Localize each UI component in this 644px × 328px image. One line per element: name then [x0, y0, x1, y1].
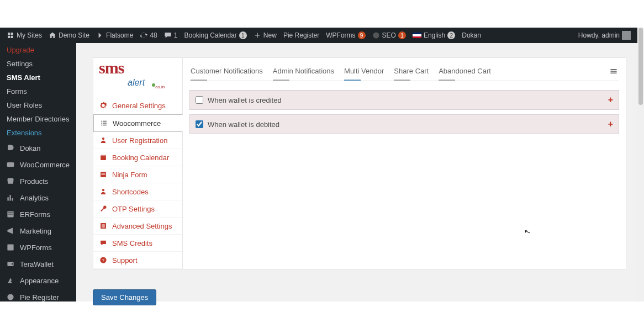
plugin-nav-label: Ninja Form [112, 171, 147, 179]
tab-customer-notifications[interactable]: Customer Notifications [191, 67, 263, 77]
menu-marketing-label: Marketing [20, 227, 51, 235]
question-icon: ? [99, 256, 108, 264]
menu-dokan[interactable]: Dokan [0, 140, 76, 156]
plugin-nav-label: Advanced Settings [112, 222, 172, 230]
adminbar-dokan-label: Dokan [462, 31, 481, 39]
adminbar-language[interactable]: English 2 [409, 28, 458, 43]
svg-rect-11 [101, 155, 106, 156]
menu-terawallet[interactable]: TeraWallet [0, 256, 76, 272]
plugin-nav-sms-credits[interactable]: SMS Credits [93, 235, 182, 252]
save-button[interactable]: Save Changes [93, 289, 156, 305]
plugin-nav-woocommerce[interactable]: Woocommerce [93, 114, 183, 132]
english-badge: 2 [447, 31, 455, 39]
tab-abandoned-cart[interactable]: Abandoned Cart [439, 67, 491, 77]
menu-erforms[interactable]: ERForms [0, 206, 76, 223]
viewport: My Sites Demo Site Flatsome 48 1 Booking… [0, 28, 637, 301]
tab-share-cart[interactable]: Share Cart [394, 67, 429, 77]
svg-point-7 [12, 263, 13, 264]
plugin-nav-advanced-settings[interactable]: Advanced Settings [93, 218, 182, 235]
menu-wpforms-label: WPForms [20, 244, 52, 252]
plugin-nav-support[interactable]: ?Support [93, 252, 182, 269]
calendar-icon [99, 153, 108, 162]
content-area: sms alert .co.in General SettingsWoocomm… [76, 43, 637, 301]
accordion-checkbox[interactable] [196, 120, 203, 128]
adminbar-new[interactable]: New [250, 28, 280, 43]
plugin-nav-label: Support [112, 256, 138, 264]
logo-main: sms [99, 61, 162, 75]
uk-flag-icon [413, 33, 421, 38]
submenu-forms[interactable]: Forms [0, 84, 76, 98]
plugin-nav-label: OTP Settings [112, 205, 155, 213]
marketing-icon [6, 226, 15, 236]
submenu-settings[interactable]: Settings [0, 57, 76, 71]
menu-products[interactable]: Products [0, 173, 76, 189]
adminbar-flatsome[interactable]: Flatsome [93, 28, 136, 43]
adminbar-wpforms[interactable]: WPForms 9 [323, 28, 368, 43]
plugin-nav: sms alert .co.in General SettingsWoocomm… [93, 57, 183, 269]
expand-button[interactable]: + [608, 95, 613, 105]
plugin-nav-label: User Registration [112, 136, 167, 145]
home-icon [49, 31, 56, 39]
menu-analytics-label: Analytics [20, 194, 49, 202]
avatar [622, 31, 631, 40]
submenu-user-roles[interactable]: User Roles [0, 98, 76, 112]
menu-woocommerce[interactable]: WooCommerce [0, 156, 76, 173]
svg-point-0 [373, 32, 379, 38]
menu-appearance[interactable]: Appearance [0, 272, 76, 289]
tab-multi-vendor[interactable]: Multi Vendor [344, 67, 384, 77]
svg-rect-14 [102, 174, 105, 174]
logo-tld: .co.in [154, 84, 165, 89]
adminbar-pie-register[interactable]: Pie Register [280, 28, 323, 43]
tab-admin-notifications[interactable]: Admin Notifications [273, 67, 334, 77]
menu-dokan-label: Dokan [20, 144, 41, 152]
plugin-nav-ninja-form[interactable]: Ninja Form [93, 166, 182, 183]
menu-marketing[interactable]: Marketing [0, 223, 76, 239]
adminbar-booking-label: Booking Calendar [184, 31, 236, 39]
submenu-sms-alert[interactable]: SMS Alert [0, 71, 76, 84]
yoast-icon [372, 31, 380, 39]
more-tabs-button[interactable] [609, 67, 618, 77]
plugin-nav-general-settings[interactable]: General Settings [93, 97, 182, 114]
sliders-icon [99, 221, 108, 230]
user-icon [99, 136, 108, 145]
submenu-extensions[interactable]: Extensions [0, 126, 76, 140]
menu-wpforms[interactable]: WPForms [0, 239, 76, 256]
plugin-nav-booking-calendar[interactable]: Booking Calendar [93, 149, 182, 166]
menu-pie-register[interactable]: Pie Register [0, 289, 76, 301]
scroll-thumb[interactable] [638, 28, 643, 105]
wallet-icon [6, 259, 15, 269]
page-scrollbar[interactable] [637, 28, 644, 301]
menu-analytics[interactable]: Analytics [0, 189, 76, 206]
expand-button[interactable]: + [608, 119, 613, 129]
submenu-member-directories[interactable]: Member Directories [0, 112, 76, 126]
adminbar-account[interactable]: Howdy, admin [575, 28, 634, 43]
products-icon [6, 176, 15, 186]
adminbar-my-sites-label: My Sites [17, 31, 42, 39]
adminbar-updates[interactable]: 48 [136, 28, 160, 43]
menu-woocommerce-label: WooCommerce [20, 161, 70, 169]
submenu-upgrade[interactable]: Upgrade [0, 43, 76, 57]
wpforms-icon [6, 242, 15, 252]
wp-admin-menu: Upgrade Settings SMS Alert Forms User Ro… [0, 43, 76, 301]
svg-point-15 [102, 189, 104, 191]
accordion-row: When wallet is credited+ [189, 90, 619, 110]
menu-terawallet-label: TeraWallet [20, 260, 54, 268]
list-icon [99, 119, 108, 128]
svg-rect-4 [8, 214, 13, 214]
adminbar-dokan[interactable]: Dokan [458, 28, 484, 43]
wrench-icon [99, 204, 108, 213]
plugin-nav-shortcodes[interactable]: Shortcodes [93, 183, 182, 200]
plugin-nav-otp-settings[interactable]: OTP Settings [93, 200, 182, 218]
erforms-icon [6, 209, 15, 219]
gear-icon [99, 101, 108, 110]
adminbar-comments[interactable]: 1 [161, 28, 181, 43]
plugin-nav-label: Shortcodes [112, 188, 149, 196]
adminbar-seo[interactable]: SEO 1 [369, 28, 409, 43]
adminbar-booking[interactable]: Booking Calendar 1 [181, 28, 250, 43]
adminbar-my-sites[interactable]: My Sites [3, 28, 45, 43]
plugin-nav-user-registration[interactable]: User Registration [93, 132, 182, 149]
accordion-checkbox[interactable] [196, 96, 203, 104]
plugin-nav-label: SMS Credits [112, 239, 152, 247]
svg-rect-13 [102, 173, 105, 173]
adminbar-demo-site[interactable]: Demo Site [45, 28, 93, 43]
